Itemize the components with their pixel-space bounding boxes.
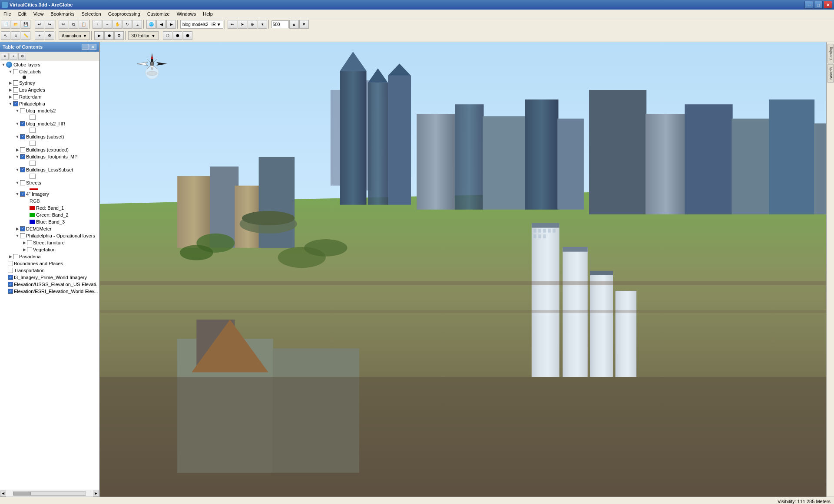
expand-philadelphia[interactable]: ▼ [8,101,13,106]
check-citylabels[interactable] [13,69,18,74]
toc-streets[interactable]: ▼ Streets [0,179,99,186]
tb-edit-reshape[interactable]: ⬢ [173,31,182,40]
toc-street-furniture[interactable]: ▶ Street furniture [0,239,99,246]
tb-fly[interactable]: ➤ [238,20,247,29]
tb-light[interactable]: ☀ [258,20,267,29]
expand-street-furniture[interactable]: ▶ [22,240,27,245]
speed-down[interactable]: ▼ [299,20,309,29]
check-pasadena[interactable] [13,254,18,259]
toc-boundaries[interactable]: Boundaries and Places [0,260,99,267]
toc-list-view[interactable]: ≡ [1,53,9,60]
close-button[interactable]: ✕ [824,1,832,9]
tb-copy[interactable]: ⧉ [69,20,78,29]
toc-minimize-btn[interactable]: — [82,44,89,50]
tb-rotate[interactable]: ↻ [122,20,132,29]
check-elev-usgs[interactable]: ✓ [8,282,13,287]
hscroll-right[interactable]: ▶ [93,491,99,497]
check-blog-models2-hr[interactable]: ✓ [20,121,25,126]
menu-view[interactable]: View [30,10,47,17]
maximize-button[interactable]: □ [814,1,823,9]
toc-buildings-extruded[interactable]: ▶ Buildings (extruded) [0,146,99,153]
expand-la[interactable]: ▶ [8,87,13,92]
tb-edit-merge[interactable]: ⬣ [183,31,192,40]
expand-boundaries[interactable] [1,261,8,266]
toc-close-btn[interactable]: × [89,44,96,50]
expand-dem[interactable]: ▶ [15,226,20,231]
toc-sydney[interactable]: ▶ Sydney [0,79,99,86]
hscroll-left[interactable]: ◀ [0,491,6,497]
expand-elev-usgs[interactable] [1,282,8,287]
tb-full-extent[interactable]: 🌐 [146,20,156,29]
expand-streets[interactable]: ▼ [15,180,20,185]
tb-layer-add[interactable]: + [35,31,44,40]
expand-buildings-footprints[interactable]: ▼ [15,154,20,159]
tb-save[interactable]: 💾 [21,20,30,29]
check-streets[interactable] [20,180,25,185]
expand-buildings-extruded[interactable]: ▶ [15,147,20,152]
expand-sydney[interactable]: ▶ [8,80,13,86]
tb-anim-record[interactable]: ⏺ [104,31,114,40]
check-rotterdam[interactable] [13,94,18,99]
toc-los-angeles[interactable]: ▶ Los Angeles [0,86,99,93]
check-boundaries[interactable] [8,261,13,266]
menu-windows[interactable]: Windows [173,10,200,17]
expand-imagery[interactable]: ▼ [15,191,20,197]
editor-3d-dropdown-arrow[interactable]: ▼ [151,33,156,38]
expand-transportation[interactable] [1,268,8,273]
check-imagery[interactable]: ✓ [20,191,25,197]
check-elev-esri[interactable]: ✓ [8,289,13,294]
tb-measure[interactable]: 📏 [21,31,30,40]
menu-file[interactable]: File [0,10,15,17]
toc-elevation-usgs[interactable]: ✓ Elevation/USGS_Elevation_US-Elevati... [0,281,99,288]
tb-zoom-in[interactable]: + [93,20,102,29]
expand-blog-models2-hr[interactable]: ▼ [15,121,20,126]
expand-philly-op[interactable]: ▼ [15,233,20,238]
tb-pan[interactable]: ✋ [113,20,122,29]
toc-citylabels[interactable]: ▼ CityLabels [0,68,99,75]
menu-geoprocessing[interactable]: Geoprocessing [105,10,144,17]
check-vegetation[interactable] [27,247,32,252]
tb-anim-options[interactable]: ⚙ [114,31,124,40]
toc-globe-layers[interactable]: ▼ Globe layers [0,61,99,68]
tb-open[interactable]: 📂 [11,20,20,29]
hscroll-thumb[interactable] [13,492,31,495]
tb-layer-properties[interactable]: ⚙ [45,31,54,40]
toc-i3-imagery[interactable]: ✓ I3_Imagery_Prime_World-Imagery [0,274,99,281]
expand-buildings-lesssubset[interactable]: ▼ [15,167,20,172]
check-sydney[interactable] [13,80,18,86]
toc-philly-operational[interactable]: ▼ Philadelphia - Operational layers [0,232,99,239]
check-i3[interactable]: ✓ [8,275,13,280]
toc-dem1meter[interactable]: ▶ ✓ DEM1Meter [0,225,99,232]
speed-up[interactable]: ▲ [289,20,299,29]
toc-buildings-footprints[interactable]: ▼ ✓ Buildings_footprints_MP [0,153,99,160]
toc-options[interactable]: ⚙ [18,53,26,60]
menu-edit[interactable]: Edit [15,10,30,17]
toc-buildings-lesssubset[interactable]: ▼ ✓ Buildings_LessSubset [0,166,99,173]
menu-customize[interactable]: Customize [144,10,173,17]
tb-center[interactable]: ⊕ [248,20,257,29]
toc-buildings-subset[interactable]: ▼ ✓ Buildings (subset) [0,133,99,140]
catalog-tab[interactable]: Catalog [827,44,834,63]
tb-prev-extent[interactable]: ◀ [156,20,166,29]
check-philadelphia[interactable]: ✓ [13,101,18,106]
check-buildings-footprints[interactable]: ✓ [20,154,25,159]
tb-select[interactable]: ↖ [1,31,10,40]
expand-elev-esri[interactable] [1,289,8,294]
expand-i3[interactable] [1,275,8,280]
check-buildings-subset[interactable]: ✓ [20,134,25,139]
tb-identify[interactable]: ℹ [11,31,20,40]
toc-hscroll[interactable]: ◀ ▶ [0,490,99,497]
toc-transportation[interactable]: Transportation [0,267,99,274]
menu-selection[interactable]: Selection [78,10,104,17]
check-buildings-extruded[interactable] [20,147,25,152]
tb-undo[interactable]: ↩ [35,20,44,29]
toc-philadelphia[interactable]: ▼ ✓ Philadelphia [0,100,99,107]
tb-anim-play[interactable]: ▶ [94,31,104,40]
expand-blog-models2[interactable]: ▼ [15,108,20,113]
tb-navigate[interactable]: ⇤ [228,20,237,29]
check-transportation[interactable] [8,268,13,273]
check-blog-models2[interactable] [20,108,25,113]
expand-rotterdam[interactable]: ▶ [8,94,13,99]
animation-dropdown-arrow[interactable]: ▼ [83,33,87,38]
toc-rotterdam[interactable]: ▶ Rotterdam [0,93,99,100]
